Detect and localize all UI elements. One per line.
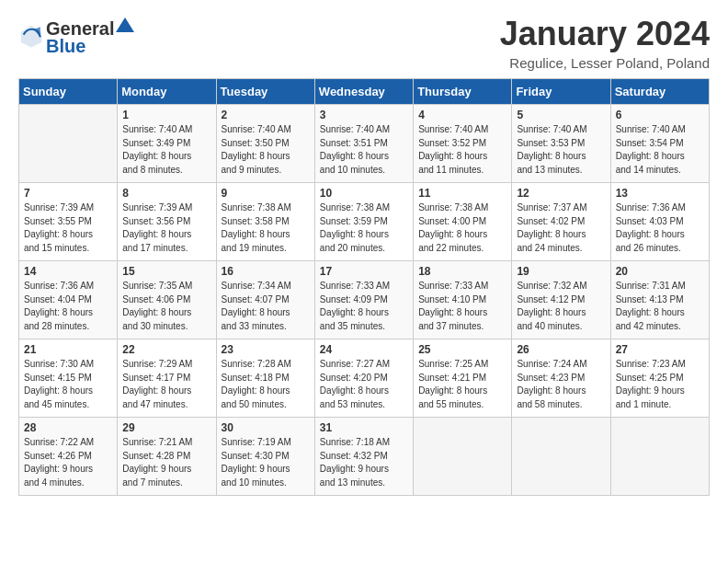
day-number: 23 [222,343,310,356]
header-sunday: Sunday [19,79,118,105]
calendar-cell: 16Sunrise: 7:34 AMSunset: 4:07 PMDayligh… [216,261,314,339]
month-title: January 2024 [500,15,710,53]
day-number: 29 [122,421,210,434]
day-number: 1 [122,109,210,121]
calendar-cell: 30Sunrise: 7:19 AMSunset: 4:30 PMDayligh… [216,418,314,496]
day-info: Sunrise: 7:32 AMSunset: 4:12 PMDaylight:… [517,280,605,333]
day-number: 9 [222,187,310,200]
day-number: 22 [122,343,210,356]
day-info: Sunrise: 7:23 AMSunset: 4:25 PMDaylight:… [616,358,704,411]
logo-text: General Blue [46,15,136,57]
day-number: 2 [222,109,310,121]
day-number: 20 [616,265,704,278]
calendar-cell [414,418,512,496]
week-row-3: 14Sunrise: 7:36 AMSunset: 4:04 PMDayligh… [19,261,710,339]
header-saturday: Saturday [610,79,709,105]
calendar-cell: 15Sunrise: 7:35 AMSunset: 4:06 PMDayligh… [118,261,216,339]
day-info: Sunrise: 7:31 AMSunset: 4:13 PMDaylight:… [616,280,704,333]
calendar-cell [512,418,610,496]
calendar-cell: 4Sunrise: 7:40 AMSunset: 3:52 PMDaylight… [414,105,512,183]
calendar-cell: 31Sunrise: 7:18 AMSunset: 4:32 PMDayligh… [314,418,413,496]
calendar-cell: 28Sunrise: 7:22 AMSunset: 4:26 PMDayligh… [19,418,118,496]
day-number: 7 [24,187,112,200]
day-info: Sunrise: 7:22 AMSunset: 4:26 PMDaylight:… [24,436,112,489]
calendar-cell: 9Sunrise: 7:38 AMSunset: 3:58 PMDaylight… [216,183,314,261]
calendar-cell: 25Sunrise: 7:25 AMSunset: 4:21 PMDayligh… [414,339,512,418]
day-info: Sunrise: 7:33 AMSunset: 4:09 PMDaylight:… [320,280,408,333]
day-info: Sunrise: 7:35 AMSunset: 4:06 PMDaylight:… [122,280,210,333]
day-info: Sunrise: 7:40 AMSunset: 3:49 PMDaylight:… [122,123,210,177]
day-number: 13 [616,187,704,200]
day-number: 11 [418,187,506,200]
calendar-cell: 12Sunrise: 7:37 AMSunset: 4:02 PMDayligh… [512,183,610,261]
day-info: Sunrise: 7:40 AMSunset: 3:53 PMDaylight:… [517,123,605,177]
day-info: Sunrise: 7:40 AMSunset: 3:51 PMDaylight:… [320,123,408,177]
day-info: Sunrise: 7:19 AMSunset: 4:30 PMDaylight:… [222,436,310,489]
calendar-table: SundayMondayTuesdayWednesdayThursdayFrid… [18,78,710,496]
day-info: Sunrise: 7:38 AMSunset: 3:58 PMDaylight:… [222,201,310,255]
day-info: Sunrise: 7:36 AMSunset: 4:04 PMDaylight:… [24,280,112,333]
calendar-cell [19,105,118,183]
calendar-header: SundayMondayTuesdayWednesdayThursdayFrid… [19,79,710,105]
day-number: 8 [122,187,210,200]
day-info: Sunrise: 7:40 AMSunset: 3:50 PMDaylight:… [222,123,310,177]
day-info: Sunrise: 7:29 AMSunset: 4:17 PMDaylight:… [122,358,210,411]
calendar-cell: 22Sunrise: 7:29 AMSunset: 4:17 PMDayligh… [118,339,216,418]
day-info: Sunrise: 7:21 AMSunset: 4:28 PMDaylight:… [122,436,210,489]
calendar-cell: 11Sunrise: 7:38 AMSunset: 4:00 PMDayligh… [414,183,512,261]
day-info: Sunrise: 7:25 AMSunset: 4:21 PMDaylight:… [418,358,506,411]
day-number: 24 [320,343,408,356]
title-block: January 2024 Regulice, Lesser Poland, Po… [500,15,710,71]
calendar-cell: 20Sunrise: 7:31 AMSunset: 4:13 PMDayligh… [610,261,709,339]
logo-triangle-icon [115,15,135,35]
day-number: 28 [24,421,112,434]
day-info: Sunrise: 7:38 AMSunset: 4:00 PMDaylight:… [418,201,506,255]
day-info: Sunrise: 7:39 AMSunset: 3:56 PMDaylight:… [122,201,210,255]
day-info: Sunrise: 7:30 AMSunset: 4:15 PMDaylight:… [24,358,112,411]
calendar-cell: 13Sunrise: 7:36 AMSunset: 4:03 PMDayligh… [610,183,709,261]
day-number: 18 [418,265,506,278]
day-info: Sunrise: 7:18 AMSunset: 4:32 PMDaylight:… [320,436,408,489]
calendar-cell: 14Sunrise: 7:36 AMSunset: 4:04 PMDayligh… [19,261,118,339]
day-number: 5 [517,109,605,121]
page-header: General Blue January 2024 Regulice, Less… [18,15,710,71]
day-info: Sunrise: 7:24 AMSunset: 4:23 PMDaylight:… [517,358,605,411]
week-row-5: 28Sunrise: 7:22 AMSunset: 4:26 PMDayligh… [19,418,710,496]
week-row-4: 21Sunrise: 7:30 AMSunset: 4:15 PMDayligh… [19,339,710,418]
calendar-cell: 1Sunrise: 7:40 AMSunset: 3:49 PMDaylight… [118,105,216,183]
location-subtitle: Regulice, Lesser Poland, Poland [500,55,710,71]
day-number: 12 [517,187,605,200]
day-number: 14 [24,265,112,278]
header-monday: Monday [118,79,216,105]
day-number: 16 [222,265,310,278]
calendar-cell [610,418,709,496]
day-info: Sunrise: 7:36 AMSunset: 4:03 PMDaylight:… [616,201,704,255]
header-thursday: Thursday [414,79,512,105]
calendar-cell: 3Sunrise: 7:40 AMSunset: 3:51 PMDaylight… [314,105,413,183]
svg-marker-1 [116,17,134,32]
day-info: Sunrise: 7:34 AMSunset: 4:07 PMDaylight:… [222,280,310,333]
logo-icon [18,23,44,49]
day-info: Sunrise: 7:38 AMSunset: 3:59 PMDaylight:… [320,201,408,255]
header-wednesday: Wednesday [314,79,413,105]
day-info: Sunrise: 7:40 AMSunset: 3:52 PMDaylight:… [418,123,506,177]
calendar-cell: 6Sunrise: 7:40 AMSunset: 3:54 PMDaylight… [610,105,709,183]
logo: General Blue [18,15,136,57]
calendar-cell: 18Sunrise: 7:33 AMSunset: 4:10 PMDayligh… [414,261,512,339]
day-number: 3 [320,109,408,121]
day-number: 10 [320,187,408,200]
calendar-cell: 29Sunrise: 7:21 AMSunset: 4:28 PMDayligh… [118,418,216,496]
day-number: 6 [616,109,704,121]
week-row-2: 7Sunrise: 7:39 AMSunset: 3:55 PMDaylight… [19,183,710,261]
day-number: 27 [616,343,704,356]
calendar-cell: 10Sunrise: 7:38 AMSunset: 3:59 PMDayligh… [314,183,413,261]
calendar-cell: 27Sunrise: 7:23 AMSunset: 4:25 PMDayligh… [610,339,709,418]
day-number: 31 [320,421,408,434]
calendar-cell: 8Sunrise: 7:39 AMSunset: 3:56 PMDaylight… [118,183,216,261]
day-number: 21 [24,343,112,356]
calendar-cell: 17Sunrise: 7:33 AMSunset: 4:09 PMDayligh… [314,261,413,339]
header-tuesday: Tuesday [216,79,314,105]
day-info: Sunrise: 7:39 AMSunset: 3:55 PMDaylight:… [24,201,112,255]
header-friday: Friday [512,79,610,105]
header-row: SundayMondayTuesdayWednesdayThursdayFrid… [19,79,710,105]
